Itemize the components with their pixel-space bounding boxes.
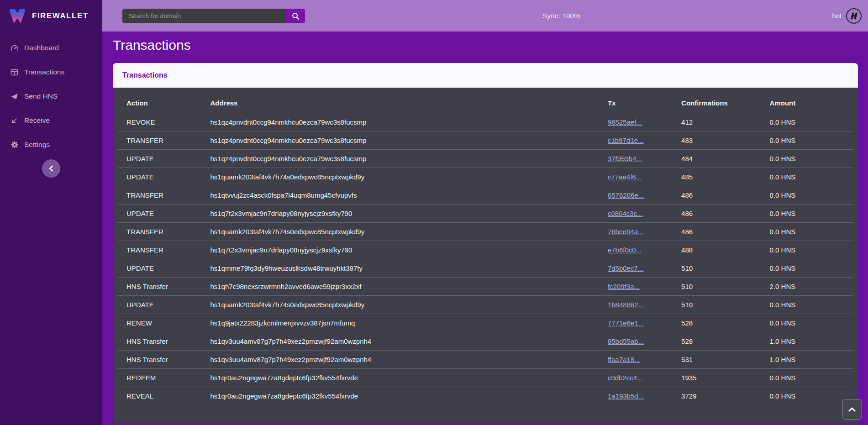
tx-cell: 7d5b0ec7... bbox=[603, 259, 677, 278]
amount-cell: 0.0 HNS bbox=[765, 186, 853, 205]
table-row: TRANSFERhs1qtvvuj2zc4asck0fspa7l4uqm8umg… bbox=[117, 186, 853, 205]
paper-plane-icon bbox=[10, 93, 19, 100]
confirmations-cell: 486 bbox=[677, 205, 765, 223]
table-row: HNS Transferhs1qh7c98nexsrzwrmnh2avved6a… bbox=[117, 278, 853, 296]
confirmations-cell: 412 bbox=[677, 113, 765, 131]
confirmations-cell: 486 bbox=[677, 223, 765, 241]
confirmations-cell: 528 bbox=[677, 314, 765, 332]
table-row: TRANSFERhs1quamk203taf4vk7h74s0edxpwc85n… bbox=[117, 223, 853, 241]
tx-link[interactable]: 7d5b0ec7... bbox=[608, 264, 643, 272]
address-cell: hs1q9jatx22283jzkcmlrnenjxvvzv387jsn7mfu… bbox=[205, 314, 603, 332]
sidebar-item-dashboard[interactable]: Dashboard bbox=[0, 38, 102, 58]
amount-cell: 0.0 HNS bbox=[765, 131, 853, 150]
table-row: REDEEMhs1qr0au2ngegwa7za8gdeptc6fp32fkv5… bbox=[117, 369, 853, 387]
tx-link[interactable]: c0804c3c... bbox=[608, 210, 643, 217]
handshake-h-icon bbox=[849, 11, 859, 21]
column-header-tx: Tx bbox=[603, 88, 677, 113]
transactions-table-wrap: Action Address Tx Confirmations Amount R… bbox=[113, 88, 858, 423]
action-cell: RENEW bbox=[117, 314, 205, 332]
action-cell: REVEAL bbox=[117, 387, 205, 405]
address-cell: hs1q7t2x3vmjac9n7drlapy08nyjyscjz9xsfky7… bbox=[205, 241, 603, 259]
sidebar-item-label: Settings bbox=[24, 141, 50, 149]
main-content: Transactions Transactions Action Address… bbox=[102, 0, 868, 423]
table-row: REVEALhs1qr0au2ngegwa7za8gdeptc6fp32fkv5… bbox=[117, 387, 853, 405]
action-cell: REVOKE bbox=[117, 113, 205, 131]
action-cell: TRANSFER bbox=[117, 186, 205, 205]
sidebar-item-send-hns[interactable]: Send HNS bbox=[0, 86, 102, 106]
amount-cell: 0.0 HNS bbox=[765, 369, 853, 387]
address-cell: hs1qmme79fq3dy9hweuzuslksdw48trwuyhkt387… bbox=[205, 259, 603, 278]
sidebar-item-settings[interactable]: Settings bbox=[0, 135, 102, 155]
tx-cell: 7771e6e1... bbox=[603, 314, 677, 332]
tx-link[interactable]: fc209f3a... bbox=[608, 283, 640, 290]
action-cell: UPDATE bbox=[117, 205, 205, 223]
amount-cell: 0.0 HNS bbox=[765, 387, 853, 405]
tx-link[interactable]: 1b848862... bbox=[608, 301, 644, 309]
amount-cell: 0.0 HNS bbox=[765, 150, 853, 168]
page-title: Transactions bbox=[113, 37, 868, 53]
amount-cell: 1.0 HNS bbox=[765, 351, 853, 369]
tx-link[interactable]: 85bd55ab... bbox=[608, 337, 644, 345]
topbar: Sync: 100% hot bbox=[102, 0, 868, 31]
confirmations-cell: 531 bbox=[677, 351, 765, 369]
domain-search bbox=[122, 9, 305, 23]
action-cell: REDEEM bbox=[117, 369, 205, 387]
confirmations-cell: 510 bbox=[677, 296, 765, 314]
search-input[interactable] bbox=[122, 9, 286, 23]
amount-cell: 0.0 HNS bbox=[765, 259, 853, 278]
tx-link[interactable]: c77ae4f6... bbox=[608, 173, 642, 181]
address-cell: hs1qz4pnvdnt0ccg94nmkhcu0ezca79wc3s8fucs… bbox=[205, 150, 603, 168]
sidebar-item-receive[interactable]: Receive bbox=[0, 110, 102, 131]
address-cell: hs1q7t2x3vmjac9n7drlapy08nyjyscjz9xsfky7… bbox=[205, 205, 603, 223]
address-cell: hs1qr0au2ngegwa7za8gdeptc6fp32fkv554fxrv… bbox=[205, 369, 603, 387]
amount-cell: 0.0 HNS bbox=[765, 296, 853, 314]
tx-link[interactable]: ffaa7a18... bbox=[608, 356, 640, 363]
sync-status: Sync: 100% bbox=[542, 0, 580, 31]
chevron-up-icon bbox=[848, 407, 856, 412]
action-cell: HNS Transfer bbox=[117, 278, 205, 296]
tx-cell: e7b6f0c0... bbox=[603, 241, 677, 259]
amount-cell: 1.0 HNS bbox=[765, 332, 853, 351]
confirmations-cell: 510 bbox=[677, 278, 765, 296]
sidebar-collapse-button[interactable] bbox=[42, 159, 60, 178]
amount-cell: 2.0 HNS bbox=[765, 278, 853, 296]
action-cell: HNS Transfer bbox=[117, 332, 205, 351]
tx-link[interactable]: 37f959b4... bbox=[608, 155, 642, 163]
table-row: UPDATEhs1qz4pnvdnt0ccg94nmkhcu0ezca79wc3… bbox=[117, 150, 853, 168]
amount-cell: 0.0 HNS bbox=[765, 113, 853, 131]
tx-link[interactable]: 96525aef... bbox=[608, 118, 642, 126]
action-cell: TRANSFER bbox=[117, 241, 205, 259]
confirmations-cell: 528 bbox=[677, 332, 765, 351]
confirmations-cell: 488 bbox=[677, 241, 765, 259]
wallet-avatar[interactable] bbox=[846, 8, 862, 24]
transactions-tbody: REVOKEhs1qz4pnvdnt0ccg94nmkhcu0ezca79wc3… bbox=[117, 113, 853, 405]
address-cell: hs1qz4pnvdnt0ccg94nmkhcu0ezca79wc3s8fucs… bbox=[205, 113, 603, 131]
search-button[interactable] bbox=[286, 9, 305, 23]
tx-link[interactable]: c1b97d1e... bbox=[608, 136, 643, 144]
sidebar-item-transactions[interactable]: Transactions bbox=[0, 62, 102, 82]
tx-cell: 37f959b4... bbox=[603, 150, 677, 168]
column-header-amount: Amount bbox=[765, 88, 853, 113]
table-row: RENEWhs1q9jatx22283jzkcmlrnenjxvvzv387js… bbox=[117, 314, 853, 332]
wallet-name: hot bbox=[832, 12, 842, 20]
table-row: UPDATEhs1q7t2x3vmjac9n7drlapy08nyjyscjz9… bbox=[117, 205, 853, 223]
confirmations-cell: 484 bbox=[677, 150, 765, 168]
tx-link[interactable]: 7771e6e1... bbox=[608, 319, 644, 327]
amount-cell: 0.0 HNS bbox=[765, 241, 853, 259]
action-cell: TRANSFER bbox=[117, 131, 205, 150]
arrow-down-left-icon bbox=[10, 117, 19, 124]
tx-link[interactable]: c0db2cc4... bbox=[608, 374, 643, 382]
search-icon bbox=[292, 12, 300, 20]
scroll-to-top-button[interactable] bbox=[842, 399, 862, 420]
tx-link[interactable]: e7b6f0c0... bbox=[608, 246, 642, 254]
tx-link[interactable]: 76bce04a... bbox=[608, 228, 643, 236]
tx-link[interactable]: 6576206e... bbox=[608, 191, 644, 199]
confirmations-cell: 485 bbox=[677, 168, 765, 186]
tx-cell: c77ae4f6... bbox=[603, 168, 677, 186]
action-cell: UPDATE bbox=[117, 168, 205, 186]
sidebar-item-label: Send HNS bbox=[24, 92, 58, 100]
table-row: REVOKEhs1qz4pnvdnt0ccg94nmkhcu0ezca79wc3… bbox=[117, 113, 853, 131]
column-header-action: Action bbox=[117, 88, 205, 113]
tx-link[interactable]: 1a193b5d... bbox=[608, 392, 644, 400]
table-row: UPDATEhs1quamk203taf4vk7h74s0edxpwc85ncp… bbox=[117, 168, 853, 186]
